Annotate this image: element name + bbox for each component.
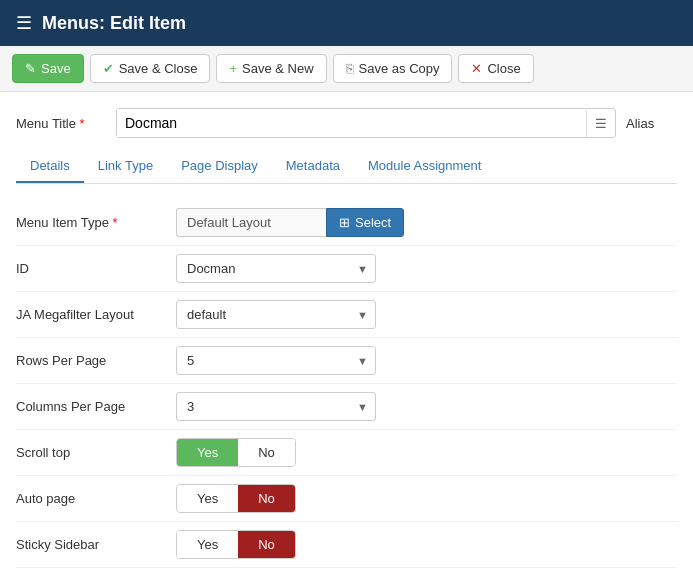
auto-page-no-button[interactable]: No bbox=[238, 485, 295, 512]
scroll-top-control: Yes No bbox=[176, 438, 677, 467]
ja-megafilter-layout-control: default ▼ bbox=[176, 300, 677, 329]
columns-per-page-select[interactable]: 3 bbox=[176, 392, 376, 421]
id-label: ID bbox=[16, 261, 176, 276]
auto-page-control: Yes No bbox=[176, 484, 677, 513]
rows-per-page-select-wrap: 5 ▼ bbox=[176, 346, 376, 375]
menu-item-type-row: Menu Item Type * Default Layout ⊞ Select bbox=[16, 200, 677, 246]
scroll-top-yes-button[interactable]: Yes bbox=[177, 439, 238, 466]
auto-page-yes-button[interactable]: Yes bbox=[177, 485, 238, 512]
rows-per-page-control: 5 ▼ bbox=[176, 346, 677, 375]
menu-item-type-value: Default Layout bbox=[176, 208, 326, 237]
sticky-sidebar-no-button[interactable]: No bbox=[238, 531, 295, 558]
save-button[interactable]: ✎ Save bbox=[12, 54, 84, 83]
menu-title-input-wrap: ☰ bbox=[116, 108, 616, 138]
id-select-wrap: Docman ▼ bbox=[176, 254, 376, 283]
id-row: ID Docman ▼ bbox=[16, 246, 677, 292]
ja-megafilter-layout-select-wrap: default ▼ bbox=[176, 300, 376, 329]
tab-details[interactable]: Details bbox=[16, 150, 84, 183]
toolbar: ✎ Save ✔ Save & Close + Save & New ⎘ Sav… bbox=[0, 46, 693, 92]
close-button[interactable]: ✕ Close bbox=[458, 54, 533, 83]
close-icon: ✕ bbox=[471, 61, 482, 76]
tab-page-display[interactable]: Page Display bbox=[167, 150, 272, 183]
rows-per-page-select[interactable]: 5 bbox=[176, 346, 376, 375]
id-control: Docman ▼ bbox=[176, 254, 677, 283]
page-title: Menus: Edit Item bbox=[42, 13, 186, 34]
id-select[interactable]: Docman bbox=[176, 254, 376, 283]
copy-icon: ⎘ bbox=[346, 61, 354, 76]
title-toggle-icon: ☰ bbox=[586, 110, 615, 137]
menu-icon: ☰ bbox=[16, 12, 32, 34]
sticky-sidebar-toggle: Yes No bbox=[176, 530, 296, 559]
page-header: ☰ Menus: Edit Item bbox=[0, 0, 693, 46]
columns-per-page-control: 3 ▼ bbox=[176, 392, 677, 421]
ja-megafilter-layout-row: JA Megafilter Layout default ▼ bbox=[16, 292, 677, 338]
columns-per-page-select-wrap: 3 ▼ bbox=[176, 392, 376, 421]
ja-megafilter-layout-label: JA Megafilter Layout bbox=[16, 307, 176, 322]
check-icon: ✔ bbox=[103, 61, 114, 76]
menu-title-row: Menu Title ☰ Alias bbox=[16, 108, 677, 138]
columns-per-page-row: Columns Per Page 3 ▼ bbox=[16, 384, 677, 430]
scroll-top-row: Scroll top Yes No bbox=[16, 430, 677, 476]
menu-title-input[interactable] bbox=[117, 109, 586, 137]
tab-metadata[interactable]: Metadata bbox=[272, 150, 354, 183]
save-copy-button[interactable]: ⎘ Save as Copy bbox=[333, 54, 453, 83]
grid-icon: ⊞ bbox=[339, 215, 350, 230]
plus-icon: + bbox=[229, 61, 237, 76]
save-new-button[interactable]: + Save & New bbox=[216, 54, 326, 83]
menu-item-type-select-button[interactable]: ⊞ Select bbox=[326, 208, 404, 237]
save-close-button[interactable]: ✔ Save & Close bbox=[90, 54, 211, 83]
content-area: Menu Title ☰ Alias Details Link Type Pag… bbox=[0, 92, 693, 571]
sticky-sidebar-yes-button[interactable]: Yes bbox=[177, 531, 238, 558]
tab-module-assignment[interactable]: Module Assignment bbox=[354, 150, 495, 183]
menu-item-type-widget: Default Layout ⊞ Select bbox=[176, 208, 677, 237]
auto-page-label: Auto page bbox=[16, 491, 176, 506]
scroll-top-no-button[interactable]: No bbox=[238, 439, 295, 466]
ja-megafilter-layout-select[interactable]: default bbox=[176, 300, 376, 329]
scroll-top-label: Scroll top bbox=[16, 445, 176, 460]
menu-item-type-control: Default Layout ⊞ Select bbox=[176, 208, 677, 237]
rows-per-page-label: Rows Per Page bbox=[16, 353, 176, 368]
menu-title-label: Menu Title bbox=[16, 116, 116, 131]
sticky-sidebar-control: Yes No bbox=[176, 530, 677, 559]
tab-link-type[interactable]: Link Type bbox=[84, 150, 167, 183]
sticky-sidebar-row: Sticky Sidebar Yes No bbox=[16, 522, 677, 568]
menu-item-type-label: Menu Item Type * bbox=[16, 215, 176, 230]
scroll-top-toggle: Yes No bbox=[176, 438, 296, 467]
tabs-bar: Details Link Type Page Display Metadata … bbox=[16, 150, 677, 184]
columns-per-page-label: Columns Per Page bbox=[16, 399, 176, 414]
auto-page-toggle: Yes No bbox=[176, 484, 296, 513]
sticky-sidebar-label: Sticky Sidebar bbox=[16, 537, 176, 552]
alias-label: Alias bbox=[626, 116, 654, 131]
rows-per-page-row: Rows Per Page 5 ▼ bbox=[16, 338, 677, 384]
auto-page-row: Auto page Yes No bbox=[16, 476, 677, 522]
save-icon: ✎ bbox=[25, 61, 36, 76]
